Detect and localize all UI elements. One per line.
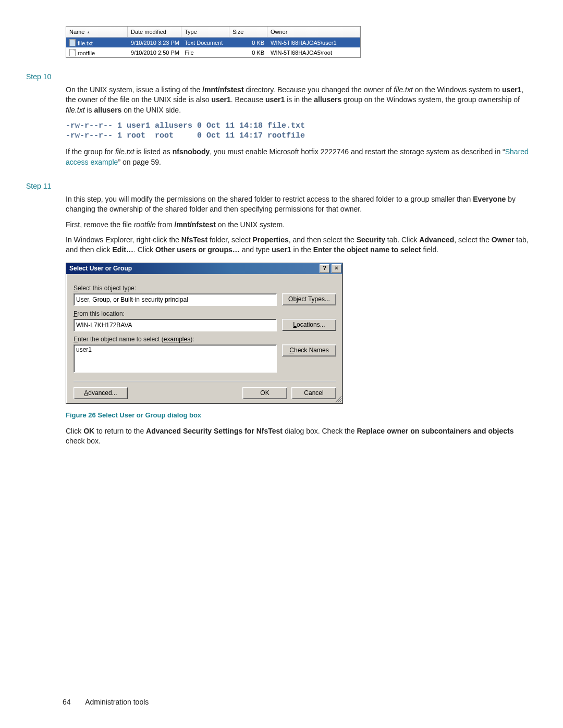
body-text: If the group for file.txt is listed as n…	[66, 147, 531, 167]
label-from-location: From this location:	[74, 310, 336, 317]
dialog-titlebar: Select User or Group ? ×	[66, 263, 342, 274]
cancel-button[interactable]: Cancel	[291, 387, 336, 399]
object-name-input[interactable]: user1	[74, 344, 277, 373]
col-header-type[interactable]: Type	[181, 27, 229, 37]
file-icon	[69, 49, 76, 56]
select-user-or-group-dialog: Select User or Group ? × Select this obj…	[66, 263, 343, 404]
location-input[interactable]	[74, 319, 277, 331]
page-footer: 64 Administration tools	[63, 698, 149, 706]
examples-link[interactable]: examples	[164, 336, 190, 343]
sort-asc-icon: ▲	[87, 30, 90, 34]
figure-caption: Figure 26 Select User or Group dialog bo…	[66, 411, 537, 419]
section-title: Administration tools	[85, 698, 149, 706]
page-number: 64	[63, 698, 83, 706]
ok-button[interactable]: OK	[242, 387, 287, 399]
object-type-input[interactable]	[74, 293, 277, 306]
table-row[interactable]: rootfile 9/10/2010 2:50 PM File 0 KB WIN…	[66, 47, 360, 57]
label-enter-object: Enter the object name to select (example…	[74, 336, 336, 343]
file-icon	[69, 39, 76, 46]
col-header-date[interactable]: Date modified	[128, 27, 181, 37]
dialog-title: Select User or Group	[69, 265, 132, 272]
check-names-button[interactable]: Check Names	[282, 344, 336, 356]
col-header-size[interactable]: Size	[229, 27, 267, 37]
col-header-name[interactable]: Name▲	[66, 27, 128, 37]
advanced-button[interactable]: Advanced...	[74, 387, 128, 399]
col-header-owner[interactable]: Owner	[267, 27, 360, 37]
divider	[74, 381, 336, 382]
table-row[interactable]: file.txt 9/10/2010 3:23 PM Text Document…	[66, 38, 360, 47]
resize-grip-icon[interactable]	[335, 396, 341, 402]
body-text: Click OK to return to the Advanced Secur…	[66, 426, 531, 447]
unix-listing: -rw-r--r-- 1 user1 allusers 0 Oct 11 14:…	[66, 121, 537, 141]
close-button[interactable]: ×	[332, 264, 341, 273]
explorer-list: Name▲ Date modified Type Size Owner file…	[66, 26, 361, 58]
help-button[interactable]: ?	[320, 264, 329, 273]
step-label: Step 11	[26, 182, 537, 190]
explorer-header: Name▲ Date modified Type Size Owner	[66, 27, 360, 38]
object-types-button[interactable]: Object Types...	[282, 293, 336, 305]
body-text: In this step, you will modify the permis…	[66, 194, 531, 255]
locations-button[interactable]: Locations...	[282, 319, 336, 331]
label-object-type: Select this object type:	[74, 285, 336, 292]
body-text: On the UNIX system, issue a listing of t…	[66, 85, 531, 115]
step-label: Step 10	[26, 72, 537, 81]
